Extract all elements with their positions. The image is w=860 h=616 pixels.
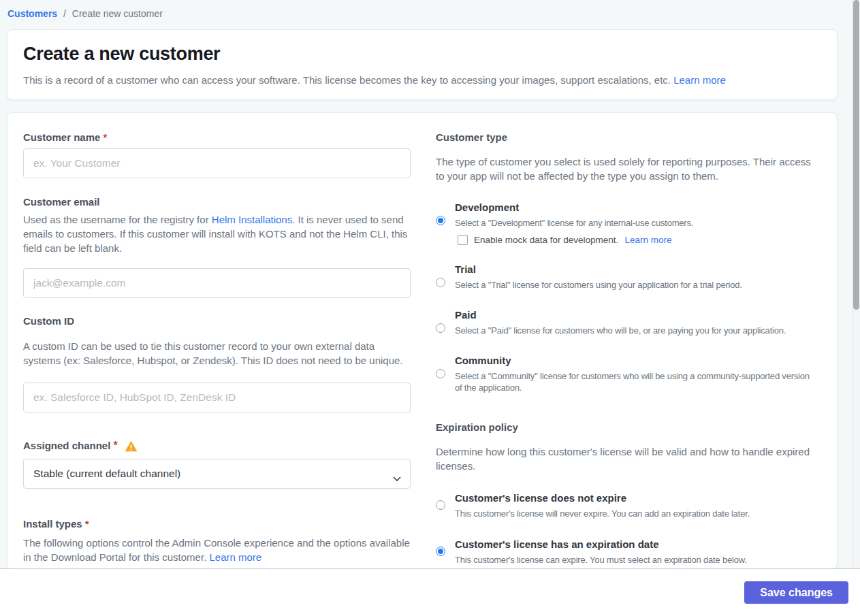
- breadcrumb-current: Create new customer: [72, 8, 163, 19]
- scrollbar-track[interactable]: [852, 0, 860, 568]
- paid-description: Select a "Paid" license for customers wh…: [455, 325, 818, 336]
- chevron-down-icon: [393, 472, 401, 484]
- no-expire-label: Customer's license does not expire: [455, 492, 818, 504]
- customer-name-label-text: Customer name: [23, 131, 100, 143]
- customer-email-label: Customer email: [23, 196, 411, 208]
- header-card: Create a new customer This is a record o…: [7, 29, 838, 100]
- trial-description: Select a "Trial" license for customers u…: [455, 279, 818, 291]
- footer-bar: Save changes: [0, 568, 860, 616]
- radio-development[interactable]: [436, 216, 445, 225]
- paid-label: Paid: [455, 309, 818, 321]
- custom-id-input[interactable]: [23, 383, 411, 412]
- customer-type-description: The type of customer you select is used …: [436, 155, 818, 183]
- customer-email-input[interactable]: [23, 268, 411, 298]
- form-right-column: Customer type The type of customer you s…: [436, 131, 818, 569]
- radio-license-does-not-expire[interactable]: [436, 500, 445, 510]
- mock-data-row: Enable mock data for development. Learn …: [458, 235, 818, 245]
- customer-type-title: Customer type: [436, 131, 818, 144]
- install-types-learn-more-link[interactable]: Learn more: [209, 551, 261, 563]
- customer-type-option-paid: Paid Select a "Paid" license for custome…: [436, 309, 818, 336]
- customer-type-option-trial: Trial Select a "Trial" license for custo…: [436, 263, 818, 291]
- install-types-field-group: Install types* The following options con…: [23, 518, 411, 564]
- required-asterisk: *: [113, 440, 117, 452]
- breadcrumb: Customers / Create new customer: [0, 0, 860, 20]
- customer-email-help-prefix: Used as the username for the registry fo…: [23, 214, 212, 225]
- breadcrumb-separator: /: [63, 8, 66, 19]
- required-asterisk: *: [103, 131, 107, 143]
- customer-email-field-group: Customer email Used as the username for …: [23, 196, 411, 298]
- helm-installations-link[interactable]: Helm Installations: [212, 214, 292, 225]
- customer-name-field-group: Customer name*: [23, 131, 411, 178]
- save-changes-button[interactable]: Save changes: [744, 581, 848, 604]
- customer-email-help: Used as the username for the registry fo…: [23, 212, 411, 255]
- warning-icon: [125, 440, 138, 452]
- customer-name-input[interactable]: [23, 148, 411, 178]
- assigned-channel-select[interactable]: Stable (current default channel): [23, 459, 411, 489]
- no-expire-description: This customer's license will never expir…: [455, 508, 818, 519]
- custom-id-field-group: Custom ID A custom ID can be used to tie…: [23, 315, 411, 412]
- community-description: Select a "Community" license for custome…: [455, 370, 818, 393]
- expiration-option-no-expire: Customer's license does not expire This …: [436, 492, 818, 519]
- has-expiration-label: Customer's license has an expiration dat…: [455, 538, 818, 551]
- install-types-help: The following options control the Admin …: [23, 536, 411, 564]
- page: Customers / Create new customer Create a…: [0, 0, 860, 616]
- page-title: Create a new customer: [23, 44, 821, 65]
- community-label: Community: [455, 355, 818, 367]
- has-expiration-description: This customer's license can expire. You …: [455, 554, 818, 566]
- custom-id-label: Custom ID: [23, 315, 411, 327]
- header-description: This is a record of a customer who can a…: [23, 74, 821, 87]
- breadcrumb-customers-link[interactable]: Customers: [7, 8, 57, 19]
- scrollbar-thumb[interactable]: [853, 0, 859, 310]
- expiration-option-has-date: Customer's license has an expiration dat…: [436, 538, 818, 566]
- install-types-label-text: Install types: [23, 518, 82, 530]
- customer-name-label: Customer name*: [23, 131, 411, 144]
- development-description: Select a "Development" license for any i…: [455, 217, 818, 229]
- install-types-label: Install types*: [23, 518, 411, 530]
- radio-community[interactable]: [436, 369, 445, 378]
- assigned-channel-selected-value: Stable (current default channel): [33, 468, 180, 480]
- mock-data-checkbox[interactable]: [458, 235, 468, 245]
- header-learn-more-link[interactable]: Learn more: [673, 74, 726, 86]
- customer-type-option-development: Development Select a "Development" licen…: [436, 201, 818, 245]
- development-label: Development: [455, 201, 818, 214]
- radio-trial[interactable]: [436, 278, 445, 287]
- assigned-channel-field-group: Assigned channel* Stable (current defaul…: [23, 440, 411, 489]
- assigned-channel-label: Assigned channel: [23, 440, 110, 452]
- expiration-policy-title: Expiration policy: [436, 421, 818, 434]
- customer-type-option-community: Community Select a "Community" license f…: [436, 355, 818, 393]
- required-asterisk: *: [85, 518, 89, 530]
- expiration-policy-description: Determine how long this customer's licen…: [436, 445, 818, 473]
- radio-paid[interactable]: [436, 323, 445, 333]
- trial-label: Trial: [455, 263, 818, 276]
- create-customer-form-card: Customer name* Customer email Used as th…: [7, 112, 838, 570]
- custom-id-help: A custom ID can be used to tie this cust…: [23, 339, 411, 368]
- header-description-text: This is a record of a customer who can a…: [23, 74, 671, 86]
- form-left-column: Customer name* Customer email Used as th…: [23, 131, 411, 569]
- mock-data-label: Enable mock data for development.: [474, 235, 618, 245]
- radio-license-has-expiration-date[interactable]: [436, 547, 445, 556]
- mock-data-learn-more-link[interactable]: Learn more: [624, 235, 671, 245]
